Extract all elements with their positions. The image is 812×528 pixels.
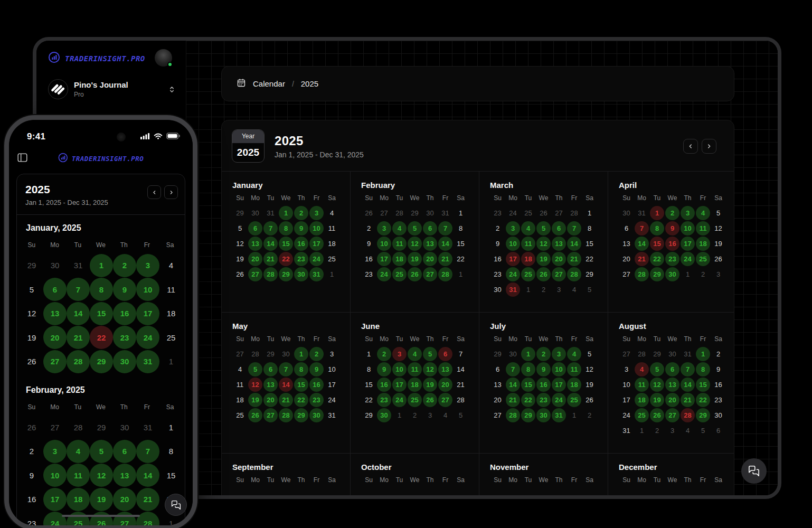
day-2[interactable]: 2 [536, 347, 551, 361]
day-25[interactable]: 25 [408, 393, 422, 407]
day-27[interactable]: 27 [438, 393, 452, 407]
day-23[interactable]: 23 [309, 393, 324, 407]
day-28[interactable]: 28 [567, 267, 581, 281]
day-26[interactable]: 26 [650, 408, 664, 422]
day-13[interactable]: 13 [263, 378, 278, 392]
day-28[interactable]: 28 [279, 408, 293, 422]
day-20[interactable]: 20 [438, 378, 452, 392]
day-21[interactable]: 21 [279, 393, 293, 407]
day-10[interactable]: 10 [377, 237, 391, 251]
day-23[interactable]: 23 [377, 393, 391, 407]
day-18[interactable]: 18 [696, 237, 710, 251]
day-25[interactable]: 25 [392, 267, 407, 281]
day-3[interactable]: 3 [552, 347, 566, 361]
day-11[interactable]: 11 [696, 221, 710, 235]
day-4[interactable]: 4 [521, 221, 535, 235]
day-6[interactable]: 6 [263, 362, 278, 376]
day-1[interactable]: 1 [279, 206, 293, 220]
day-5[interactable]: 5 [248, 362, 262, 376]
day-10[interactable]: 10 [552, 362, 566, 376]
day-28[interactable]: 28 [438, 267, 452, 281]
day-7[interactable]: 7 [67, 278, 90, 301]
day-2[interactable]: 2 [377, 347, 391, 361]
day-3[interactable]: 3 [43, 440, 67, 463]
day-31[interactable]: 31 [136, 350, 159, 373]
day-16[interactable]: 16 [309, 378, 324, 392]
next-year-button[interactable] [164, 185, 178, 199]
day-17[interactable]: 17 [43, 488, 67, 511]
chat-fab-button[interactable] [741, 458, 767, 484]
day-4[interactable]: 4 [67, 440, 90, 463]
day-19[interactable]: 19 [423, 378, 437, 392]
avatar[interactable] [155, 49, 172, 67]
day-27[interactable]: 27 [248, 267, 262, 281]
day-22[interactable]: 22 [294, 393, 308, 407]
day-31[interactable]: 31 [506, 282, 520, 297]
day-1[interactable]: 1 [650, 206, 664, 220]
day-22[interactable]: 22 [650, 252, 664, 266]
day-21[interactable]: 21 [635, 252, 649, 266]
chat-fab-button[interactable] [165, 494, 187, 516]
day-1[interactable]: 1 [521, 347, 535, 361]
day-6[interactable]: 6 [423, 221, 437, 235]
day-16[interactable]: 16 [665, 237, 679, 251]
day-15[interactable]: 15 [279, 237, 293, 251]
day-15[interactable]: 15 [294, 378, 308, 392]
day-18[interactable]: 18 [67, 488, 90, 511]
day-14[interactable]: 14 [438, 237, 452, 251]
day-2[interactable]: 2 [309, 347, 324, 361]
day-9[interactable]: 9 [536, 362, 551, 376]
day-27[interactable]: 27 [263, 408, 278, 422]
day-29[interactable]: 29 [650, 267, 664, 281]
day-28[interactable]: 28 [506, 408, 520, 422]
day-1[interactable]: 1 [90, 254, 113, 277]
day-17[interactable]: 17 [136, 302, 159, 325]
breadcrumb-section[interactable]: Calendar [253, 79, 285, 88]
day-23[interactable]: 23 [536, 393, 551, 407]
day-30[interactable]: 30 [377, 408, 391, 422]
day-10[interactable]: 10 [43, 464, 67, 487]
day-28[interactable]: 28 [681, 408, 695, 422]
day-24[interactable]: 24 [43, 512, 67, 525]
day-18[interactable]: 18 [521, 252, 535, 266]
day-23[interactable]: 23 [665, 252, 679, 266]
day-14[interactable]: 14 [635, 237, 649, 251]
day-12[interactable]: 12 [248, 378, 262, 392]
day-18[interactable]: 18 [392, 252, 407, 266]
day-19[interactable]: 19 [650, 393, 664, 407]
day-22[interactable]: 22 [521, 393, 535, 407]
day-30[interactable]: 30 [309, 408, 324, 422]
day-14[interactable]: 14 [506, 378, 520, 392]
day-9[interactable]: 9 [294, 221, 308, 235]
day-12[interactable]: 12 [90, 464, 113, 487]
year-badge[interactable]: Year 2025 [232, 129, 265, 163]
day-23[interactable]: 23 [294, 252, 308, 266]
day-7[interactable]: 7 [567, 221, 581, 235]
day-19[interactable]: 19 [536, 252, 551, 266]
day-26[interactable]: 26 [423, 393, 437, 407]
day-5[interactable]: 5 [408, 221, 422, 235]
day-15[interactable]: 15 [521, 378, 535, 392]
day-13[interactable]: 13 [43, 302, 67, 325]
day-8[interactable]: 8 [294, 362, 308, 376]
day-20[interactable]: 20 [248, 252, 262, 266]
day-3[interactable]: 3 [506, 221, 520, 235]
day-3[interactable]: 3 [377, 221, 391, 235]
day-13[interactable]: 13 [113, 464, 136, 487]
day-14[interactable]: 14 [136, 464, 159, 487]
day-11[interactable]: 11 [408, 362, 422, 376]
day-13[interactable]: 13 [423, 237, 437, 251]
day-11[interactable]: 11 [521, 237, 535, 251]
day-4[interactable]: 4 [408, 347, 422, 361]
day-26[interactable]: 26 [248, 408, 262, 422]
day-27[interactable]: 27 [43, 350, 67, 373]
day-21[interactable]: 21 [136, 488, 159, 511]
day-20[interactable]: 20 [113, 488, 136, 511]
day-9[interactable]: 9 [665, 221, 679, 235]
day-24[interactable]: 24 [377, 267, 391, 281]
day-8[interactable]: 8 [650, 221, 664, 235]
day-7[interactable]: 7 [506, 362, 520, 376]
day-23[interactable]: 23 [113, 326, 136, 349]
day-29[interactable]: 29 [90, 350, 113, 373]
day-11[interactable]: 11 [567, 362, 581, 376]
